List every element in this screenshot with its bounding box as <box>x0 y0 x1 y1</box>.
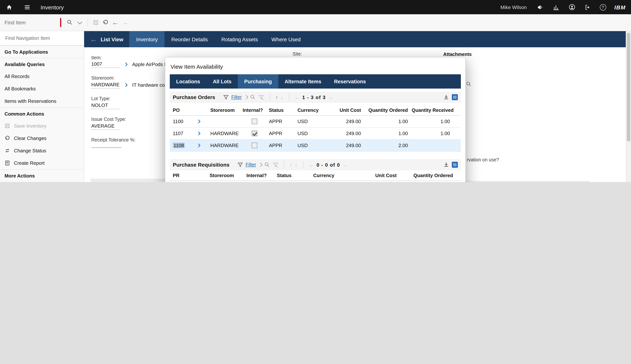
tab-all-lots[interactable]: All Lots <box>207 74 238 88</box>
col-currency[interactable]: Currency <box>310 172 352 178</box>
home-icon[interactable] <box>5 4 13 11</box>
tab-reservations[interactable]: Reservations <box>328 74 372 88</box>
user-name[interactable]: Mike Wilson <box>500 4 527 10</box>
profile-icon[interactable] <box>568 4 576 11</box>
search-icon[interactable] <box>250 94 256 100</box>
filter-icon[interactable] <box>237 162 243 168</box>
internal-checkbox[interactable] <box>251 118 257 124</box>
download-icon[interactable] <box>443 162 449 168</box>
col-storeroom[interactable]: Storeroom <box>207 172 243 178</box>
search-icon[interactable] <box>466 82 472 87</box>
sidebar-item-view-status-history[interactable]: View Status History <box>0 182 84 182</box>
lot-type-label: Lot Type: <box>91 96 110 101</box>
col-pr[interactable]: PR <box>170 172 207 178</box>
receipt-tolerance-value[interactable] <box>91 142 121 148</box>
page-scrollbar[interactable] <box>626 31 631 182</box>
clear-changes-icon[interactable] <box>101 18 110 28</box>
col-storeroom[interactable]: Storeroom <box>207 107 240 113</box>
col-quantity-received[interactable]: Quantity Received <box>412 107 454 113</box>
po-number: 1100 <box>173 118 183 124</box>
tab-alternate-items[interactable]: Alternate Items <box>278 74 328 88</box>
save-icon <box>91 18 101 28</box>
item-value[interactable]: 1007 <box>91 61 120 68</box>
po-row-1108[interactable]: 1108 HARDWARE APPR USD 249.00 2.00 <box>170 140 461 152</box>
expand-filter-icon[interactable] <box>258 163 262 167</box>
download-icon[interactable] <box>443 94 449 100</box>
tab-reorder-details[interactable]: Reorder Details <box>165 31 215 47</box>
sidebar-item-items-with-reservations[interactable]: Items with Reservations <box>0 95 84 107</box>
col-unit-cost[interactable]: Unit Cost <box>325 107 365 113</box>
drill-in-icon[interactable] <box>197 143 202 148</box>
po-row-1100[interactable]: 1100 APPR USD 249.00 1.00 1.00 <box>170 116 461 128</box>
sidebar-more-actions[interactable]: More Actions <box>0 169 84 182</box>
table-settings-icon[interactable] <box>452 162 458 168</box>
col-quantity-ordered[interactable]: Quantity Ordered <box>400 172 457 178</box>
storeroom-drill-icon[interactable] <box>124 82 129 88</box>
tab-rotating-assets[interactable]: Rotating Assets <box>215 31 265 47</box>
col-status[interactable]: Status <box>274 172 310 178</box>
col-currency[interactable]: Currency <box>294 107 325 113</box>
history-back-icon[interactable]: ← <box>110 18 120 28</box>
filter-icon[interactable] <box>223 94 229 100</box>
sign-out-icon[interactable] <box>584 4 591 11</box>
sidebar-common-actions[interactable]: Common Actions <box>0 107 84 120</box>
next-page-icon: → <box>343 162 348 168</box>
find-navigation-row[interactable] <box>0 31 84 46</box>
tab-where-used[interactable]: Where Used <box>265 31 307 47</box>
filter-link[interactable]: Filter <box>231 94 242 100</box>
attachments-link[interactable]: Attachments <box>443 52 472 57</box>
storeroom-value[interactable]: HARDWARE <box>91 82 120 88</box>
internal-checkbox[interactable] <box>251 130 257 136</box>
back-to-list-view[interactable]: ← List View <box>84 31 129 47</box>
tab-locations[interactable]: Locations <box>170 74 207 88</box>
history-forward-icon: → <box>120 18 130 28</box>
col-po[interactable]: PO <box>170 107 207 113</box>
purchase-requisitions-toolbar: Purchase Requisitions Filter ↑ ↓ ← 0 - 0… <box>170 159 461 170</box>
sidebar-item-clear-changes[interactable]: Clear Changes <box>0 132 84 144</box>
dialog-tab-bar: Locations All Lots Purchasing Alternate … <box>170 74 461 88</box>
help-icon[interactable]: ? <box>600 4 606 10</box>
sidebar-item-all-bookmarks[interactable]: All Bookmarks <box>0 82 84 95</box>
col-status[interactable]: Status <box>266 107 294 113</box>
po-row-1107[interactable]: 1107 HARDWARE APPR USD 249.00 1.00 1.00 <box>170 128 461 140</box>
item-drill-icon[interactable] <box>124 62 129 67</box>
col-internal[interactable]: Internal? <box>240 107 266 113</box>
sidebar-goto-applications[interactable]: Go To Applications <box>0 46 84 58</box>
sidebar-item-create-report[interactable]: Create Report <box>0 157 84 169</box>
search-icon[interactable] <box>65 18 75 28</box>
reports-icon[interactable] <box>552 4 560 11</box>
table-settings-icon[interactable] <box>452 94 458 100</box>
item-label: Item: <box>91 55 102 60</box>
scrollbar-thumb[interactable] <box>627 33 630 142</box>
drill-in-icon[interactable] <box>197 119 202 124</box>
find-navigation-input[interactable] <box>5 35 79 41</box>
app-window: Inventory Mike Wilson ? IBM <box>0 0 631 182</box>
col-unit-cost[interactable]: Unit Cost <box>352 172 400 178</box>
menu-icon[interactable] <box>23 4 31 11</box>
sidebar-available-queries[interactable]: Available Queries <box>0 58 84 70</box>
save-icon <box>5 123 11 129</box>
sidebar-item-all-records[interactable]: All Records <box>0 70 84 82</box>
move-row-up-icon[interactable]: ↑ <box>275 94 278 100</box>
purchase-requisitions-empty-state: There are no rows to display. <box>170 181 461 182</box>
quantity-received-value: 1.00 <box>412 118 454 124</box>
internal-checkbox[interactable] <box>251 142 257 148</box>
tab-purchasing[interactable]: Purchasing <box>238 74 278 88</box>
unit-cost-value: 249.00 <box>325 118 365 124</box>
chevron-down-icon[interactable] <box>75 18 85 28</box>
storeroom-label: Storeroom: <box>91 76 115 81</box>
status-value: APPR <box>266 118 294 124</box>
filter-link[interactable]: Filter <box>246 162 256 167</box>
expand-filter-icon[interactable] <box>244 95 248 100</box>
drill-in-icon[interactable] <box>197 131 202 136</box>
col-quantity-ordered[interactable]: Quantity Ordered <box>365 107 412 113</box>
search-icon[interactable] <box>264 162 270 168</box>
announcements-icon[interactable] <box>536 4 544 11</box>
currency-value: USD <box>294 130 325 136</box>
col-internal[interactable]: Internal? <box>243 172 274 178</box>
tab-inventory[interactable]: Inventory <box>129 31 165 47</box>
po-number: 1108 <box>173 142 185 148</box>
clear-filter-icon <box>258 94 264 100</box>
sidebar-item-change-status[interactable]: Change Status <box>0 144 84 157</box>
find-item-input[interactable] <box>4 19 60 26</box>
